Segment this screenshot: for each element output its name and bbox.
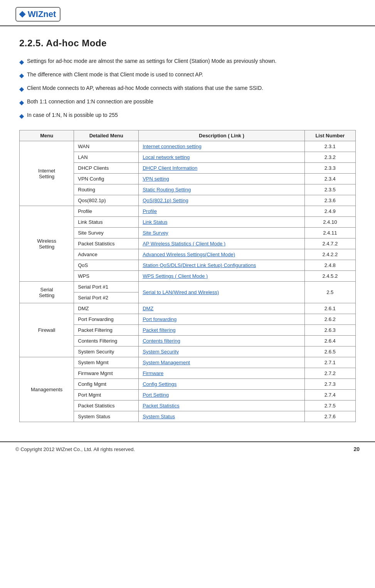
bullet-icon: ◆ [19, 112, 24, 121]
link-system-management[interactable]: System Management [143, 360, 190, 365]
link-port-setting[interactable]: Port Setting [143, 392, 169, 398]
detail-cell: Site Survey [74, 228, 139, 238]
bullet-icon: ◆ [19, 84, 24, 94]
link-wireless-stats[interactable]: AP Wireless Statistics ( Client Mode ) [143, 241, 225, 247]
bullet-text: Both 1:1 connection and 1:N connection a… [27, 98, 153, 106]
detail-cell: Serial Port #2 [74, 292, 139, 303]
link-qos-802[interactable]: QoS(802.1p) Setting [143, 198, 188, 203]
copyright-text: © Copyright 2012 WIZnet Co., Ltd. All ri… [15, 446, 135, 452]
link-dmz[interactable]: DMZ [143, 306, 153, 311]
section-title: 2.2.5. Ad-hoc Mode [19, 38, 356, 49]
link-vpn[interactable]: VPN setting [143, 176, 169, 182]
detail-cell: System Mgmt [74, 357, 139, 368]
desc-cell: Contents filtering [139, 336, 305, 346]
desc-cell: Packet Statistics [139, 400, 305, 411]
bullet-text: The difference with Client mode is that … [27, 71, 203, 79]
num-cell: 2.3.1 [304, 141, 355, 152]
col-header-menu: Menu [20, 130, 74, 141]
table-row: SerialSetting Serial Port #1 Serial to L… [20, 282, 356, 292]
menu-table: Menu Detailed Menu Description ( Link ) … [19, 130, 356, 422]
link-firmware[interactable]: Firmware [143, 370, 163, 376]
detail-cell: Config Mgmt [74, 379, 139, 390]
bullets-list: ◆ Settings for ad-hoc mode are almost th… [19, 57, 356, 121]
desc-cell: Packet filtering [139, 325, 305, 336]
link-contents-filtering[interactable]: Contents filtering [143, 338, 180, 344]
detail-cell: Packet Statistics [74, 238, 139, 249]
detail-cell: Serial Port #1 [74, 282, 139, 292]
detail-cell: Port Mgmt [74, 390, 139, 400]
bullet-item: ◆ Both 1:1 connection and 1:N connection… [19, 98, 356, 107]
link-system-security[interactable]: System Security [143, 349, 179, 355]
link-routing[interactable]: Static Routing Setting [143, 187, 191, 193]
col-header-desc: Description ( Link ) [139, 130, 305, 141]
desc-cell: Advanced Wireless Settings(Client Mode) [139, 249, 305, 260]
num-cell: 2.6.1 [304, 303, 355, 314]
desc-cell: System Status [139, 411, 305, 422]
detail-cell: Profile [74, 206, 139, 217]
desc-cell: Profile [139, 206, 305, 217]
link-advanced-wireless[interactable]: Advanced Wireless Settings(Client Mode) [143, 252, 235, 257]
num-cell: 2.3.2 [304, 152, 355, 163]
desc-cell: Site Survey [139, 228, 305, 238]
num-cell: 2.6.4 [304, 336, 355, 346]
num-cell: 2.5 [304, 282, 355, 303]
num-cell: 2.3.4 [304, 174, 355, 184]
logo-diamond-icon [19, 11, 26, 18]
num-cell: 2.7.1 [304, 357, 355, 368]
table-row: Managements System Mgmt System Managemen… [20, 357, 356, 368]
link-station-qos[interactable]: Station QoS/DLS(Direct Link Setup) Confi… [143, 262, 256, 268]
link-internet-connection[interactable]: Internet connection setting [143, 144, 202, 149]
num-cell: 2.4.2.2 [304, 249, 355, 260]
num-cell: 2.7.2 [304, 368, 355, 379]
menu-cell-internet: InternetSetting [20, 141, 74, 206]
bullet-item: ◆ In case of 1:N, N is possible up to 25… [19, 111, 356, 121]
link-link-status[interactable]: Link Status [143, 219, 167, 225]
num-cell: 2.4.5.2 [304, 271, 355, 282]
table-row: Firewall DMZ DMZ 2.6.1 [20, 303, 356, 314]
link-port-forwarding[interactable]: Port forwarding [143, 316, 177, 322]
desc-cell: Internet connection setting [139, 141, 305, 152]
desc-cell: AP Wireless Statistics ( Client Mode ) [139, 238, 305, 249]
detail-cell: DMZ [74, 303, 139, 314]
link-packet-filtering[interactable]: Packet filtering [143, 327, 175, 333]
link-local-network[interactable]: Local network setting [143, 154, 190, 160]
bullet-item: ◆ Settings for ad-hoc mode are almost th… [19, 57, 356, 67]
table-row: InternetSetting WAN Internet connection … [20, 141, 356, 152]
desc-cell: QoS(802.1p) Setting [139, 195, 305, 206]
detail-cell: Advance [74, 249, 139, 260]
content: 2.2.5. Ad-hoc Mode ◆ Settings for ad-hoc… [0, 26, 375, 441]
desc-cell: WPS Settings ( Client Mode ) [139, 271, 305, 282]
link-wps[interactable]: WPS Settings ( Client Mode ) [143, 273, 208, 279]
link-site-survey[interactable]: Site Survey [143, 230, 168, 236]
desc-cell: DHCP Client Information [139, 163, 305, 174]
detail-cell: DHCP Clients [74, 163, 139, 174]
desc-cell: Firmware [139, 368, 305, 379]
link-packet-statistics[interactable]: Packet Statistics [143, 403, 179, 409]
bullet-icon: ◆ [19, 98, 24, 107]
num-cell: 2.4.11 [304, 228, 355, 238]
link-system-status[interactable]: System Status [143, 414, 175, 419]
num-cell: 2.6.3 [304, 325, 355, 336]
link-dhcp[interactable]: DHCP Client Information [143, 165, 197, 171]
link-profile[interactable]: Profile [143, 208, 157, 214]
num-cell: 2.6.5 [304, 346, 355, 357]
desc-cell: VPN setting [139, 174, 305, 184]
bullet-text: Settings for ad-hoc mode are almost the … [27, 57, 276, 65]
desc-cell: DMZ [139, 303, 305, 314]
bullet-icon: ◆ [19, 57, 24, 67]
detail-cell: Qos(802.1p) [74, 195, 139, 206]
desc-cell: Serial to LAN(Wired and Wireless) [139, 282, 305, 303]
menu-cell-managements: Managements [20, 357, 74, 422]
link-config-settings[interactable]: Config Settings [143, 381, 177, 387]
col-header-detail: Detailed Menu [74, 130, 139, 141]
link-serial-lan[interactable]: Serial to LAN(Wired and Wireless) [143, 289, 219, 295]
num-cell: 2.7.5 [304, 400, 355, 411]
table-row: WirelessSetting Profile Profile 2.4.9 [20, 206, 356, 217]
bullet-text: Client Mode connects to AP, whereas ad-h… [27, 84, 263, 92]
detail-cell: QoS [74, 260, 139, 271]
detail-cell: Packet Filtering [74, 325, 139, 336]
bullet-item: ◆ Client Mode connects to AP, whereas ad… [19, 84, 356, 94]
logo-text: WIZnet [28, 9, 56, 19]
num-cell: 2.4.9 [304, 206, 355, 217]
desc-cell: Link Status [139, 217, 305, 228]
